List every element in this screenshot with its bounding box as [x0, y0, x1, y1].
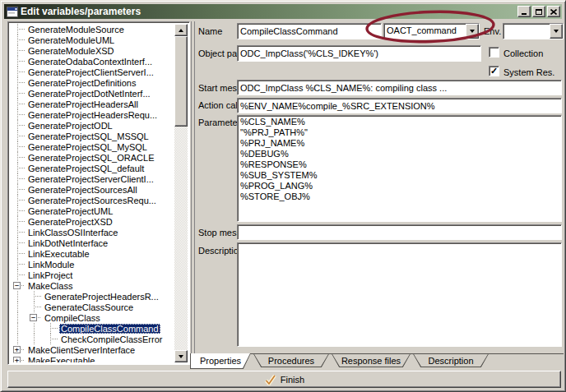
tree-line: [10, 88, 26, 99]
tree-item[interactable]: LinkDotNetInterface: [10, 238, 174, 248]
tree-line: [10, 259, 26, 270]
tree-item[interactable]: GenerateProjectSQL_MySQL: [10, 141, 174, 152]
tree-line: [10, 45, 26, 56]
tree-line: [26, 291, 43, 302]
expand-icon[interactable]: +: [13, 346, 21, 353]
tree-item[interactable]: GenerateProjectSQL_MSSQL: [10, 131, 174, 141]
tree-item[interactable]: CheckCompileClassError: [10, 334, 174, 344]
tab-response-files[interactable]: Response files: [332, 354, 411, 367]
tree-item[interactable]: GenerateProjectSourcesAll: [10, 184, 174, 195]
tree-item-label: GenerateProjectSourcesAll: [26, 185, 139, 195]
finish-label: Finish: [281, 375, 304, 385]
description-textarea[interactable]: [237, 242, 562, 347]
tree-line: [10, 35, 26, 45]
collection-checkbox[interactable]: [489, 47, 499, 58]
tree-item-label: GenerateProjectHeadersRequ...: [26, 110, 159, 120]
tree-item-label: GenerateModuleXSD: [26, 46, 116, 56]
system-res-checkbox[interactable]: ✓: [489, 66, 499, 76]
type-combo-dropdown-button[interactable]: [466, 24, 479, 39]
tree-line: −: [10, 280, 26, 291]
tree-line: [10, 152, 26, 163]
env-combo-dropdown-button[interactable]: [550, 24, 563, 39]
type-combo[interactable]: OACT_command: [383, 23, 480, 39]
tree-item[interactable]: GenerateProjectHeadersRequ...: [10, 109, 174, 120]
object-path-input[interactable]: [237, 45, 481, 62]
tree-scrollbar[interactable]: [174, 24, 188, 362]
tree-item[interactable]: GenerateProjectDotNetInterf...: [10, 88, 174, 99]
tree-item[interactable]: GenerateProjectSQL_ORACLE: [10, 152, 174, 163]
scroll-down-button[interactable]: [174, 350, 188, 362]
tree-line: [10, 323, 26, 334]
tree-line: [26, 302, 43, 312]
tree-item[interactable]: −MakeClass: [10, 280, 174, 291]
tree-line: [10, 109, 26, 120]
tree-item-label: GenerateProjectDefinitions: [26, 78, 137, 88]
tree-item[interactable]: GenerateProjectDefinitions: [10, 77, 174, 88]
tree-item-label: GenerateProjectSQL_ORACLE: [26, 153, 155, 163]
expand-icon[interactable]: +: [13, 357, 21, 362]
collection-label: Collection: [503, 48, 543, 58]
tree-item[interactable]: GenerateModuleXSD: [10, 45, 174, 56]
tab-properties[interactable]: Properties: [190, 353, 251, 369]
tree-item[interactable]: LinkClassOSIInterface: [10, 227, 174, 238]
window-title: Edit variables/parameters: [21, 6, 141, 17]
tree-item[interactable]: LinkModule: [10, 259, 174, 270]
tree-item[interactable]: GenerateProjectHeadersAll: [10, 99, 174, 109]
tree-line: [10, 270, 26, 280]
tree-line: [10, 141, 26, 152]
tree-item[interactable]: GenerateProjectHeadersR...: [10, 291, 174, 302]
maximize-button[interactable]: [532, 6, 545, 17]
tree-item[interactable]: GenerateOdabaContextInterf...: [10, 56, 174, 67]
tree-rows: GenerateModuleSourceGenerateModuleUMLGen…: [10, 24, 174, 362]
start-message-input[interactable]: [237, 80, 562, 95]
tree-item[interactable]: CompileClassCommand: [10, 323, 174, 334]
tree-item[interactable]: +MakeExecutable: [10, 355, 174, 362]
collapse-icon[interactable]: −: [30, 314, 37, 321]
tree-item[interactable]: GenerateProjectSQL_default: [10, 163, 174, 173]
tree-line: [10, 56, 26, 67]
close-icon: [550, 9, 557, 15]
tree-item[interactable]: +MakeClientServerInterface: [10, 344, 174, 355]
scroll-up-button[interactable]: [174, 24, 188, 36]
collapse-icon[interactable]: −: [13, 282, 21, 289]
tree-line: +: [10, 344, 26, 355]
tree-item[interactable]: −CompileClass: [10, 312, 174, 323]
tree-item-label: GenerateModuleUML: [26, 35, 116, 45]
env-combo[interactable]: [503, 23, 564, 39]
tree-item-label: GenerateClassSource: [43, 302, 135, 312]
name-input[interactable]: [237, 23, 382, 39]
parameters-textarea[interactable]: [237, 115, 562, 222]
tree-item[interactable]: GenerateModuleSource: [10, 24, 174, 35]
tree-line: [43, 323, 59, 334]
tree-line: [10, 24, 26, 35]
tab-description[interactable]: Description: [413, 354, 489, 367]
tree-item[interactable]: GenerateModuleUML: [10, 35, 174, 45]
tree-item-label: GenerateProjectHeadersAll: [26, 99, 140, 109]
tree-item[interactable]: GenerateProjectODL: [10, 120, 174, 131]
dialog-window: Edit variables/parameters GenerateModule…: [0, 0, 566, 392]
tree-item[interactable]: GenerateProjectServerClientI...: [10, 173, 174, 184]
tree-item[interactable]: GenerateClassSource: [10, 302, 174, 312]
finish-button[interactable]: Finish: [7, 371, 561, 388]
tree-item-label: GenerateProjectDotNetInterf...: [26, 89, 152, 99]
arrow-up-icon: [179, 29, 183, 32]
tree-item[interactable]: LinkProject: [10, 270, 174, 280]
close-button[interactable]: [547, 6, 560, 17]
tree-item[interactable]: GenerateProjectUML: [10, 205, 174, 216]
scrollbar-thumb[interactable]: [174, 36, 188, 127]
tree-line: [26, 334, 43, 344]
stop-message-input[interactable]: [237, 224, 562, 240]
system-res-label: System Res.: [503, 67, 554, 77]
tree-item[interactable]: GenerateProjectSourcesRequ...: [10, 195, 174, 205]
action-call-input[interactable]: [237, 98, 562, 113]
tree-item[interactable]: GenerateProjectXSD: [10, 216, 174, 227]
arrow-down-icon: [179, 355, 183, 358]
tree-item-label: GenerateProjectODL: [26, 121, 114, 131]
minimize-button[interactable]: [517, 6, 531, 17]
tree-line: [10, 120, 26, 131]
tree-item-label: MakeExecutable: [26, 356, 96, 363]
tree-item[interactable]: LinkExecutable: [10, 248, 174, 259]
tab-procedures[interactable]: Procedures: [253, 354, 329, 367]
action-call-label: Action call: [198, 100, 239, 110]
tree-item[interactable]: GenerateProjectClientServerI...: [10, 67, 174, 77]
